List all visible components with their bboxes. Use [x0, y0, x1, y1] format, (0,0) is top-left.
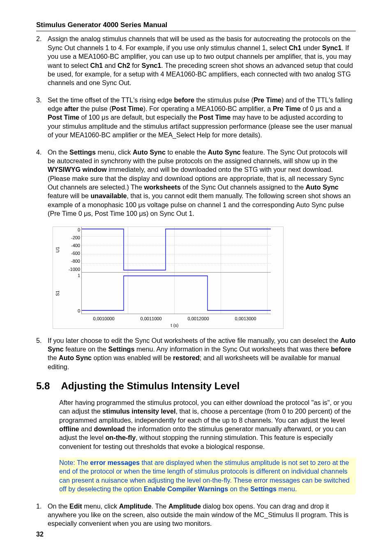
list-number: 4. [36, 148, 48, 218]
ytick: 1 [62, 273, 80, 279]
ordered-list-after-chart: 5.If you later choose to edit the Sync O… [36, 336, 356, 372]
ytick: -1000 [62, 266, 80, 273]
list-text: Set the time offset of the TTL's rising … [48, 96, 356, 140]
list-text: Assign the analog stimulus channels that… [48, 35, 356, 87]
list-text: If you later choose to edit the Sync Out… [48, 336, 356, 372]
xtick: 0,0012000 [188, 316, 209, 322]
ytick: 0 [62, 308, 80, 314]
section-number: 5.8 [36, 379, 59, 393]
list-number: 2. [36, 35, 48, 87]
list-item: 4.On the Settings menu, click Auto Sync … [36, 148, 356, 218]
list-number: 5. [36, 336, 48, 372]
section-body-text: After having programmed the stimulus pro… [59, 398, 356, 451]
ytick: -600 [62, 250, 80, 257]
ordered-list-bottom: 1.On the Edit menu, click Amplitude. The… [36, 502, 356, 528]
xtick: 0,0010000 [93, 316, 115, 322]
x-axis-label: t (s) [80, 322, 269, 328]
list-item: 5.If you later choose to edit the Sync O… [36, 336, 356, 372]
page-number: 32 [36, 530, 44, 539]
xtick: 0,0013000 [235, 316, 256, 322]
section-title: Adjusting the Stimulus Intensity Level [61, 380, 240, 391]
ytick: -200 [62, 235, 80, 241]
note-box: Note: The error messages that are displa… [59, 458, 356, 495]
y-axis-title-s1: S1 [55, 289, 61, 298]
list-number: 1. [36, 502, 48, 528]
list-item: 1.On the Edit menu, click Amplitude. The… [36, 502, 356, 528]
page-header: Stimulus Generator 4000 Series Manual [36, 21, 356, 31]
ytick: -400 [62, 243, 80, 249]
xtick: 0,0011000 [141, 316, 162, 322]
list-text: On the Edit menu, click Amplitude. The A… [48, 502, 356, 528]
stimulus-chart: U1 0 -200 -400 -600 -800 -1000 [53, 227, 284, 329]
ordered-list-top: 2.Assign the analog stimulus channels th… [36, 35, 356, 218]
ytick: -800 [62, 258, 80, 264]
ytick: 0 [62, 227, 80, 233]
list-number: 3. [36, 96, 48, 140]
list-text: On the Settings menu, click Auto Sync to… [48, 148, 356, 218]
list-item: 2.Assign the analog stimulus channels th… [36, 35, 356, 87]
list-item: 3.Set the time offset of the TTL's risin… [36, 96, 356, 140]
y-axis-title-u1: U1 [55, 245, 61, 254]
